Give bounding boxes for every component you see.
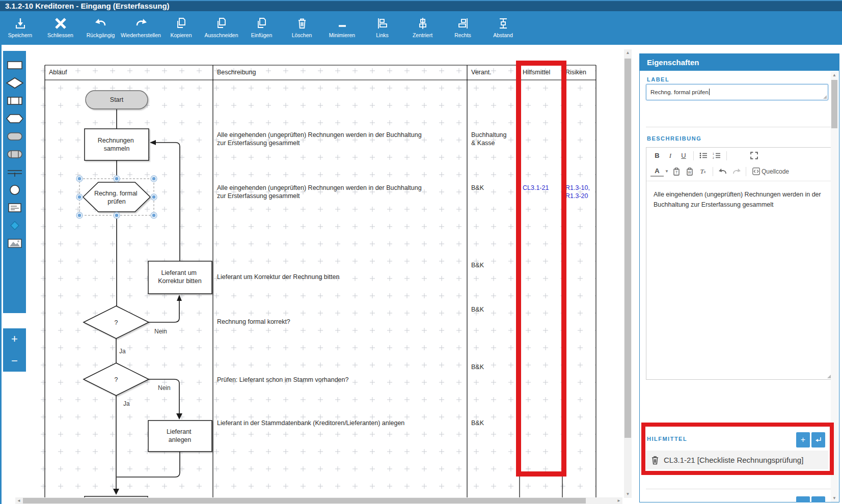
- hilfmittel-add-button[interactable]: +: [796, 432, 810, 447]
- delete-button[interactable]: Löschen: [282, 11, 322, 45]
- scroll-down-icon[interactable]: ▼: [831, 495, 838, 502]
- scroll-up-icon[interactable]: ▲: [624, 49, 632, 57]
- bullet-list-button[interactable]: [697, 150, 710, 162]
- toolbar-separator: [713, 167, 713, 176]
- section-divider: [646, 127, 834, 127]
- text-color-button[interactable]: A: [650, 166, 664, 177]
- underline-button[interactable]: U: [677, 150, 690, 162]
- align-left-icon: [376, 16, 389, 31]
- zoom-in-button[interactable]: +: [3, 333, 26, 345]
- palette-hexagon[interactable]: [3, 109, 26, 127]
- canvas-horizontal-scrollbar[interactable]: ◄ ►: [15, 497, 622, 504]
- label-input[interactable]: Rechng. formal prüfen: [646, 84, 828, 100]
- node-lieferant-anlegen[interactable]: Lieferant anlegen: [148, 421, 212, 452]
- remove-format-button[interactable]: Tx: [696, 165, 710, 178]
- shape-palette: [3, 51, 26, 313]
- hilfsmittel-ref[interactable]: CL3.1-21: [523, 184, 549, 191]
- toolbar-separator: [726, 151, 727, 160]
- close-button[interactable]: Schliessen: [40, 11, 80, 45]
- horizontal-scroll-thumb[interactable]: [23, 498, 586, 503]
- zoom-out-button[interactable]: −: [3, 355, 26, 367]
- palette-image[interactable]: [3, 234, 26, 252]
- cut-button[interactable]: Ausschneiden: [201, 11, 241, 45]
- undo-button[interactable]: Rückgängig: [80, 11, 121, 45]
- spacing-button[interactable]: Abstand: [483, 11, 523, 45]
- node-lieferant-korrektur[interactable]: Lieferant um Korrektur bitten: [148, 261, 212, 294]
- canvas-vertical-scrollbar[interactable]: ▲ ▼: [624, 49, 632, 498]
- paste-button[interactable]: Einfügen: [241, 11, 282, 45]
- source-code-label[interactable]: Quellcode: [762, 165, 789, 178]
- palette-rounded-process[interactable]: [3, 145, 26, 163]
- maximize-button[interactable]: [747, 150, 760, 162]
- palette-rectangle[interactable]: [3, 56, 26, 74]
- desc-line: zur Ersterfassung gesammelt: [217, 139, 300, 147]
- scroll-right-icon[interactable]: ►: [615, 497, 622, 504]
- panel-scrollbar[interactable]: ▲ ▼: [831, 72, 838, 502]
- verant-line: B&K: [471, 306, 484, 313]
- next-section-assign-button-partial[interactable]: [811, 496, 825, 502]
- hilfmittel-assign-button[interactable]: [811, 432, 825, 447]
- node-label-line: Rechng. formal: [94, 190, 138, 197]
- vertical-scroll-thumb[interactable]: [624, 59, 631, 438]
- align-center-button[interactable]: Zentriert: [402, 11, 443, 45]
- node-rechnungen-sammeln[interactable]: Rechnungen sammeln: [85, 129, 149, 160]
- palette-parallel-lines[interactable]: [3, 163, 26, 181]
- resize-handle-icon[interactable]: [827, 375, 831, 378]
- diagram-canvas[interactable]: Ablauf Beschreibung Verant. Hilfsmittel …: [0, 45, 624, 504]
- palette-process[interactable]: [3, 92, 26, 109]
- trash-icon: [295, 16, 309, 31]
- text-color-dropdown-icon[interactable]: ▼: [664, 165, 670, 178]
- source-code-icon[interactable]: [749, 165, 763, 178]
- scroll-up-icon[interactable]: ▲: [831, 72, 838, 79]
- minimize-icon: [336, 16, 349, 31]
- redo-button[interactable]: Wiederherstellen: [121, 11, 161, 45]
- copy-icon: [175, 16, 188, 31]
- node-start[interactable]: Start: [86, 91, 148, 109]
- palette-diamond[interactable]: [3, 74, 26, 92]
- cut-icon: [215, 16, 228, 31]
- properties-panel-title: Eigenschaften: [640, 54, 839, 71]
- node-decision-2-label: ?: [115, 376, 118, 383]
- paste-as-text-button[interactable]: T: [670, 165, 683, 178]
- paste-from-word-button[interactable]: W: [683, 165, 696, 178]
- palette-note[interactable]: [3, 199, 26, 216]
- align-left-button[interactable]: Links: [362, 11, 402, 45]
- description-content[interactable]: Alle eingehenden (ungeprüften) Rechnunge…: [646, 181, 832, 218]
- properties-panel: Eigenschaften LABEL Rechng. formal prüfe…: [639, 53, 839, 502]
- editor-undo-button[interactable]: [716, 165, 729, 178]
- node-label-line: Lieferant: [167, 428, 192, 435]
- save-button[interactable]: Speichern: [0, 11, 40, 45]
- svg-text:1: 1: [713, 152, 714, 155]
- verant-line: B&K: [471, 363, 484, 371]
- italic-button[interactable]: I: [664, 150, 677, 162]
- resize-handle-icon[interactable]: [823, 95, 827, 99]
- remove-format-letter: T: [700, 167, 703, 176]
- minimize-button[interactable]: Minimieren: [322, 11, 362, 45]
- save-download-icon: [14, 16, 27, 31]
- undo-icon: [94, 16, 107, 31]
- align-right-button[interactable]: Rechts: [443, 11, 483, 45]
- editor-redo-button[interactable]: [729, 165, 743, 178]
- spacing-icon: [497, 16, 510, 31]
- window-left-edge: [0, 45, 2, 504]
- palette-rounded-rectangle[interactable]: [3, 127, 26, 145]
- hilfmittel-list-item[interactable]: CL3.1-21 [Checkliste Rechnungsprüfung]: [646, 451, 828, 469]
- risiko-ref[interactable]: R1.3-10,: [565, 184, 590, 191]
- verant-line: B&K: [471, 419, 484, 427]
- align-center-icon: [416, 16, 429, 31]
- scroll-left-icon[interactable]: ◄: [15, 497, 22, 504]
- palette-circle[interactable]: [3, 181, 26, 199]
- editor-toolbar-row-2: A ▼ T W Tx Quellcode: [646, 163, 832, 179]
- copy-button[interactable]: Kopieren: [161, 11, 201, 45]
- risiko-ref[interactable]: R1.3-20: [565, 192, 588, 200]
- main-toolbar: Speichern Schliessen Rückgängig Wiederhe…: [0, 11, 842, 45]
- next-section-add-button-partial[interactable]: [796, 496, 810, 502]
- palette-small-diamond[interactable]: [3, 216, 26, 234]
- bold-button[interactable]: B: [650, 150, 664, 162]
- panel-scroll-thumb[interactable]: [831, 80, 837, 128]
- column-header-verant: Verant.: [471, 69, 492, 76]
- numbered-list-button[interactable]: 12: [710, 150, 723, 162]
- scroll-down-icon[interactable]: ▼: [624, 491, 632, 498]
- description-rich-text-editor[interactable]: B I U 12 A ▼ T W Tx: [646, 147, 832, 380]
- delete-item-trash-icon[interactable]: [651, 456, 659, 465]
